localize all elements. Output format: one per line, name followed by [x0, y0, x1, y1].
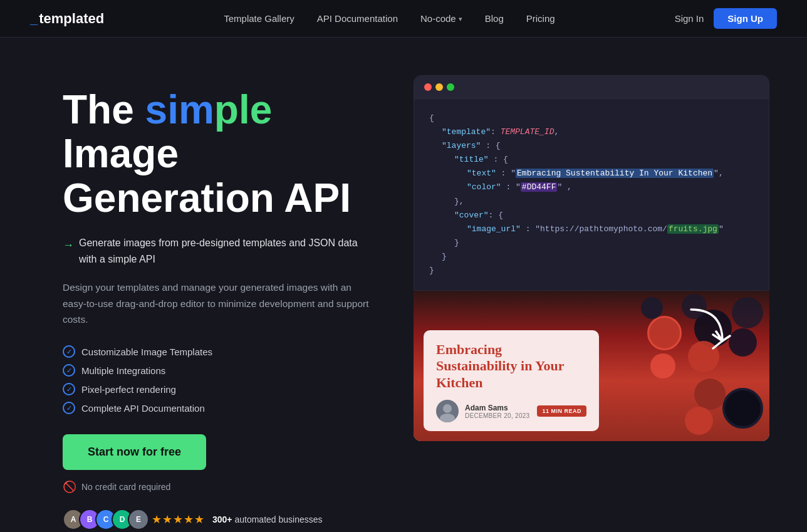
- nav-pricing[interactable]: Pricing: [526, 13, 555, 24]
- code-line-image-url: "image_url" : "https://pathtomyphoto.com…: [429, 222, 754, 236]
- code-line-cover-close: }: [429, 236, 754, 250]
- preview-read-badge: 11 MIN READ: [537, 405, 586, 417]
- window-dot-yellow: [435, 83, 443, 91]
- no-credit-icon: 🚫: [63, 480, 76, 494]
- hero-title: The simple Image Generation API: [63, 88, 376, 220]
- preview-author-info: Adam Sams DECEMBER 20, 2023: [465, 404, 531, 419]
- avatar-5: E: [128, 509, 149, 530]
- code-line-title-close: },: [429, 195, 754, 209]
- preview-card-title: Embracing Sustainability in Your Kitchen: [436, 342, 586, 391]
- feature-2: ✓ Multiple Integrations: [63, 364, 376, 377]
- features-list: ✓ Customizable Image Templates ✓ Multipl…: [63, 345, 376, 414]
- hero-title-main: Image Generation API: [63, 131, 351, 220]
- code-line-template: "template": TEMPLATE_ID,: [429, 125, 754, 139]
- signup-button[interactable]: Sign Up: [714, 8, 777, 29]
- code-line-color: "color" : "#DD44FF" ,: [429, 180, 754, 194]
- berry-bottom-1: [694, 378, 726, 410]
- code-window: { "template": TEMPLATE_ID, "layers" : { …: [414, 75, 769, 291]
- preview-card-author: Adam Sams DECEMBER 20, 2023 11 MIN READ: [436, 400, 586, 422]
- nav-api-documentation[interactable]: API Documentation: [317, 13, 398, 24]
- hero-title-line1: The simple: [63, 87, 272, 132]
- logo-text: templated: [39, 11, 104, 27]
- berry-dark-1: [641, 297, 663, 319]
- svg-line-1: [722, 336, 730, 341]
- star-rating: ★★★★★: [152, 513, 205, 526]
- social-text: 300+ automated businesses: [212, 514, 323, 524]
- preview-author-name: Adam Sams: [465, 404, 531, 412]
- feature-4: ✓ Complete API Documentation: [63, 402, 376, 414]
- feature-3: ✓ Pixel-perfect rendering: [63, 383, 376, 395]
- hero-subtitle: → Generate images from pre-designed temp…: [63, 235, 376, 267]
- nav-template-gallery[interactable]: Template Gallery: [224, 13, 294, 24]
- svg-point-3: [440, 414, 455, 422]
- hero-description: Design your templates and manage your ge…: [63, 279, 376, 328]
- svg-point-2: [443, 404, 452, 413]
- code-body: { "template": TEMPLATE_ID, "layers" : { …: [414, 99, 769, 290]
- code-line-cover: "cover": {: [429, 209, 754, 222]
- arrow-svg: [679, 303, 735, 360]
- social-proof: A B C D E ★★★★★ 300+ automated businesse…: [63, 509, 376, 530]
- check-icon-1: ✓: [63, 345, 75, 358]
- preview-card: Embracing Sustainability in Your Kitchen…: [424, 330, 599, 431]
- feature-1: ✓ Customizable Image Templates: [63, 345, 376, 358]
- avatars: A B C D E: [63, 509, 144, 530]
- blueberry-big: [722, 388, 763, 429]
- nav-actions: Sign In Sign Up: [675, 8, 777, 29]
- start-button[interactable]: Start now for free: [63, 434, 206, 470]
- nav-links: Template Gallery API Documentation No-co…: [224, 13, 554, 24]
- check-icon-4: ✓: [63, 402, 75, 414]
- code-line-title: "title" : {: [429, 153, 754, 167]
- hero-simple-blue: sim: [145, 87, 214, 132]
- navigation: _templated Template Gallery API Document…: [0, 0, 807, 38]
- signin-button[interactable]: Sign In: [675, 13, 704, 24]
- code-line-open: {: [429, 112, 754, 125]
- check-icon-3: ✓: [63, 383, 75, 395]
- berry-1: [732, 297, 763, 328]
- chevron-down-icon: ▾: [459, 15, 462, 23]
- berry-red-1: [647, 316, 682, 350]
- berry-bottom-2: [685, 407, 713, 435]
- code-line-text: "text" : "Embracing Sustentability In Yo…: [429, 167, 754, 180]
- berry-red-3: [650, 353, 675, 378]
- hero-left: The simple Image Generation API → Genera…: [63, 75, 376, 532]
- hero-right: { "template": TEMPLATE_ID, "layers" : { …: [414, 75, 769, 441]
- preview-image: Embracing Sustainability in Your Kitchen…: [414, 291, 769, 441]
- logo-underscore: _: [30, 11, 38, 27]
- window-dot-red: [424, 83, 432, 91]
- code-line-close: }: [429, 264, 754, 278]
- main-content: The simple Image Generation API → Genera…: [0, 38, 807, 532]
- nav-no-code[interactable]: No-code ▾: [420, 13, 462, 24]
- hero-simple-green: ple: [214, 87, 272, 132]
- logo[interactable]: _templated: [30, 11, 104, 27]
- check-icon-2: ✓: [63, 364, 75, 377]
- preview-avatar: [436, 400, 459, 422]
- no-credit-card: 🚫 No credit card required: [63, 480, 376, 494]
- window-dot-green: [447, 83, 454, 91]
- nav-blog[interactable]: Blog: [485, 13, 504, 24]
- code-line-layers: "layers" : {: [429, 139, 754, 153]
- preview-author-date: DECEMBER 20, 2023: [465, 412, 531, 419]
- svg-line-0: [713, 341, 722, 348]
- code-titlebar: [414, 76, 769, 99]
- arrow-icon: →: [63, 236, 74, 254]
- code-line-layers-close: }: [429, 250, 754, 264]
